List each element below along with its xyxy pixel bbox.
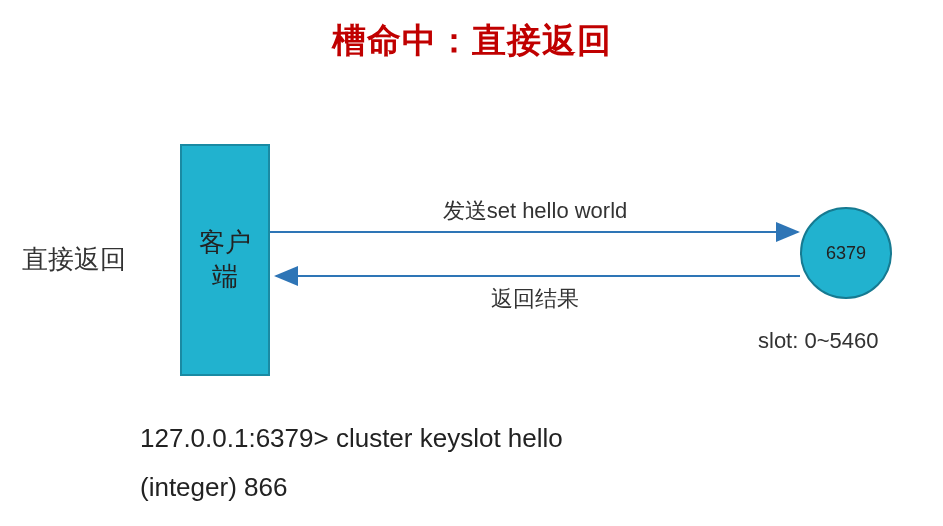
client-label-line2: 端 <box>212 261 238 291</box>
arrow-recv <box>270 266 805 286</box>
redis-node: 6379 <box>800 207 892 299</box>
terminal-line-2: (integer) 866 <box>140 463 563 512</box>
client-node: 客户 端 <box>180 144 270 376</box>
terminal-line-1: 127.0.0.1:6379> cluster keyslot hello <box>140 414 563 463</box>
client-label-line1: 客户 <box>199 227 251 257</box>
arrow-send-caption: 发送set hello world <box>270 196 800 226</box>
slot-range-label: slot: 0~5460 <box>758 328 878 354</box>
terminal-output: 127.0.0.1:6379> cluster keyslot hello (i… <box>140 414 563 513</box>
arrow-recv-caption: 返回结果 <box>270 284 800 314</box>
client-label: 客户 端 <box>199 226 251 294</box>
diagram-title: 槽命中：直接返回 <box>0 18 943 64</box>
redis-node-port: 6379 <box>826 243 866 264</box>
left-annotation: 直接返回 <box>22 242 126 277</box>
